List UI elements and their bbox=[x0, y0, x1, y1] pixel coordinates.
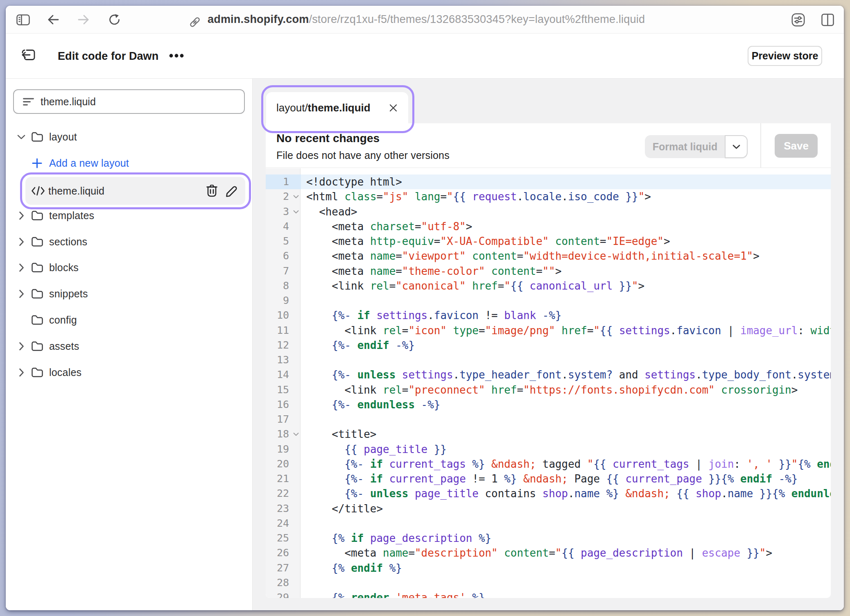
back-icon[interactable] bbox=[47, 14, 59, 25]
code-line-3[interactable]: 3 <head> bbox=[266, 204, 831, 219]
line-number: 3 bbox=[266, 204, 301, 219]
chevron-right-icon[interactable] bbox=[17, 342, 25, 351]
app-body: layout Add a new layout bbox=[6, 79, 844, 610]
preview-store-button[interactable]: Preview store bbox=[748, 46, 822, 66]
code-line-text: {% if page_description %} bbox=[301, 531, 831, 546]
line-number: 17 bbox=[266, 412, 301, 427]
code-line-text: </title> bbox=[301, 501, 831, 516]
code-line-21[interactable]: 21 {%- if current_page != 1 %} &ndash; P… bbox=[266, 471, 831, 486]
fold-chevron-icon[interactable] bbox=[293, 195, 299, 199]
code-line-4[interactable]: 4 <meta charset="utf-8"> bbox=[266, 219, 831, 234]
format-liquid-split-button: Format liquid bbox=[645, 135, 748, 158]
code-line-10[interactable]: 10 {%- if settings.favicon != blank -%} bbox=[266, 308, 831, 323]
code-line-text: {%- if current_page != 1 %} &ndash; Page… bbox=[301, 471, 831, 486]
code-line-20[interactable]: 20 {%- if current_tags %} &ndash; tagged… bbox=[266, 457, 831, 471]
tree-folder-layout[interactable]: layout bbox=[6, 124, 252, 150]
code-line-17[interactable]: 17 bbox=[266, 412, 831, 427]
code-editor[interactable]: 1<!doctype html>2<html class="js" lang="… bbox=[266, 168, 831, 598]
line-number: 10 bbox=[266, 308, 301, 323]
file-tree: layout Add a new layout bbox=[6, 79, 252, 610]
code-line-1[interactable]: 1<!doctype html> bbox=[266, 174, 831, 189]
code-line-9[interactable]: 9 bbox=[266, 293, 831, 308]
tree-file-theme-liquid[interactable]: theme.liquid bbox=[25, 177, 245, 205]
tab-layout-theme-liquid[interactable]: layout/theme.liquid bbox=[266, 92, 408, 123]
tree-folder-snippets[interactable]: snippets bbox=[6, 281, 252, 307]
code-line-22[interactable]: 22 {%- unless page_title contains shop.n… bbox=[266, 486, 831, 501]
tree-folder-config[interactable]: config bbox=[6, 307, 252, 333]
tree-folder-sections[interactable]: sections bbox=[6, 229, 252, 255]
tree-folder-label: blocks bbox=[49, 262, 79, 274]
code-line-text: <meta name="theme-color" content=""> bbox=[301, 264, 831, 279]
tree-folder-templates[interactable]: templates bbox=[6, 202, 252, 229]
code-line-7[interactable]: 7 <meta name="theme-color" content=""> bbox=[266, 264, 831, 279]
code-line-2[interactable]: 2<html class="js" lang="{{ request.local… bbox=[266, 189, 831, 204]
save-button[interactable]: Save bbox=[775, 134, 818, 158]
line-number: 20 bbox=[266, 457, 301, 471]
code-line-15[interactable]: 15 <link rel="preconnect" href="https://… bbox=[266, 383, 831, 397]
folder-icon bbox=[32, 367, 43, 377]
chevron-right-icon[interactable] bbox=[17, 211, 25, 220]
sidebar-toggle-icon[interactable] bbox=[16, 14, 30, 25]
code-line-6[interactable]: 6 <meta name="viewport" content="width=d… bbox=[266, 249, 831, 263]
format-liquid-button[interactable]: Format liquid bbox=[645, 135, 725, 158]
line-number: 19 bbox=[266, 442, 301, 457]
editor-panel-header: No recent changes File does not have any… bbox=[266, 123, 831, 168]
code-line-28[interactable]: 28 bbox=[266, 575, 831, 590]
code-line-26[interactable]: 26 <meta name="description" content="{{ … bbox=[266, 546, 831, 560]
code-line-18[interactable]: 18 <title> bbox=[266, 427, 831, 442]
forward-icon[interactable] bbox=[78, 14, 89, 25]
editor-panel: No recent changes File does not have any… bbox=[266, 123, 831, 598]
code-line-27[interactable]: 27 {% endif %} bbox=[266, 561, 831, 575]
tree-folder-label: sections bbox=[49, 236, 87, 248]
fold-chevron-icon[interactable] bbox=[293, 433, 299, 436]
code-line-25[interactable]: 25 {% if page_description %} bbox=[266, 531, 831, 546]
page-settings-icon[interactable] bbox=[791, 13, 805, 27]
line-number: 16 bbox=[266, 397, 301, 412]
line-number: 21 bbox=[266, 471, 301, 486]
code-line-19[interactable]: 19 {{ page_title }} bbox=[266, 442, 831, 457]
more-actions-icon[interactable] bbox=[169, 54, 184, 58]
code-line-29[interactable]: 29 {% render 'meta-tags' %} bbox=[266, 590, 831, 598]
code-line-24[interactable]: 24 bbox=[266, 516, 831, 531]
split-view-icon[interactable] bbox=[821, 14, 834, 26]
folder-icon bbox=[32, 237, 43, 247]
line-number: 13 bbox=[266, 353, 301, 367]
code-line-text: {% endif %} bbox=[301, 561, 831, 575]
code-line-8[interactable]: 8 <link rel="canonical" href="{{ canonic… bbox=[266, 279, 831, 293]
code-line-23[interactable]: 23 </title> bbox=[266, 501, 831, 516]
chevron-right-icon[interactable] bbox=[17, 263, 25, 272]
code-line-14[interactable]: 14 {%- unless settings.type_header_font.… bbox=[266, 367, 831, 382]
line-number: 1 bbox=[266, 174, 301, 189]
chevron-right-icon[interactable] bbox=[17, 290, 25, 298]
code-line-text: <meta http-equiv="X-UA-Compatible" conte… bbox=[301, 234, 831, 249]
code-line-12[interactable]: 12 {%- endif -%} bbox=[266, 338, 831, 353]
code-line-text: <html class="js" lang="{{ request.locale… bbox=[301, 189, 831, 204]
line-number: 28 bbox=[266, 575, 301, 590]
code-line-16[interactable]: 16 {%- endunless -%} bbox=[266, 397, 831, 412]
format-liquid-dropdown[interactable] bbox=[725, 135, 748, 158]
pencil-icon[interactable] bbox=[226, 185, 238, 197]
code-line-text: <link rel="icon" type="image/png" href="… bbox=[301, 323, 831, 338]
url-bar[interactable]: admin.shopify.com/store/rzq1xu-f5/themes… bbox=[208, 6, 645, 33]
line-number: 8 bbox=[266, 279, 301, 293]
close-icon[interactable] bbox=[389, 104, 397, 112]
code-line-5[interactable]: 5 <meta http-equiv="X-UA-Compatible" con… bbox=[266, 234, 831, 249]
chevron-right-icon[interactable] bbox=[17, 238, 25, 246]
trash-icon[interactable] bbox=[206, 185, 217, 197]
reload-icon[interactable] bbox=[109, 14, 121, 26]
chevron-down-icon[interactable] bbox=[17, 134, 25, 140]
fold-chevron-icon[interactable] bbox=[293, 210, 299, 214]
tree-folder-blocks[interactable]: blocks bbox=[6, 254, 252, 281]
tree-folder-locales[interactable]: locales bbox=[6, 359, 252, 385]
code-line-text: <head> bbox=[301, 204, 831, 219]
code-line-text: {% render 'meta-tags' %} bbox=[301, 590, 831, 598]
tree-folder-assets[interactable]: assets bbox=[6, 333, 252, 359]
code-line-13[interactable]: 13 bbox=[266, 353, 831, 367]
tab-label-name: theme.liquid bbox=[308, 102, 371, 114]
code-line-11[interactable]: 11 <link rel="icon" type="image/png" hre… bbox=[266, 323, 831, 338]
line-number: 26 bbox=[266, 546, 301, 560]
exit-icon[interactable] bbox=[22, 49, 36, 61]
folder-icon bbox=[32, 315, 43, 325]
chevron-right-icon[interactable] bbox=[17, 368, 25, 377]
line-number: 22 bbox=[266, 486, 301, 501]
